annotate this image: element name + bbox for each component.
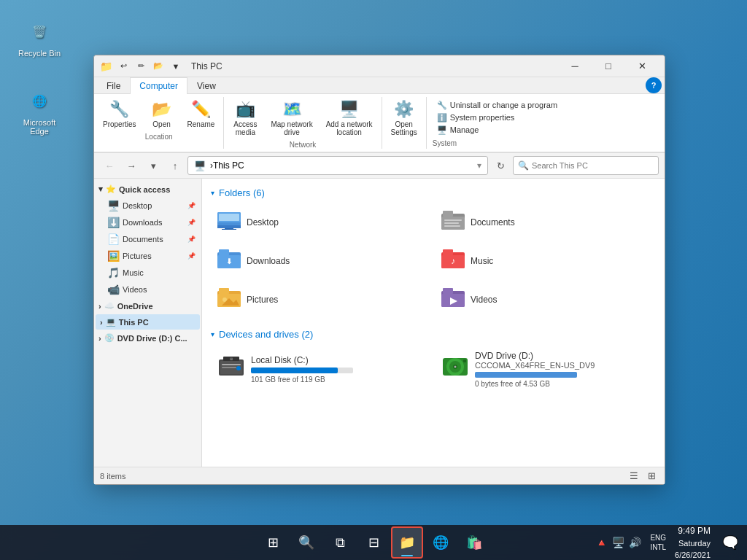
list-view-button[interactable]: ☰ <box>627 469 641 483</box>
uninstall-label: Uninstall or change a program <box>450 101 557 109</box>
ribbon-map-network[interactable]: 🗺️ Map networkdrive <box>265 97 318 139</box>
dvd-sidebar-icon: 💿 <box>104 333 115 343</box>
edge-icon[interactable]: 🌐 Microsoft Edge <box>10 80 69 141</box>
sidebar-item-downloads[interactable]: ⬇️ Downloads 📌 <box>101 214 200 230</box>
tab-file[interactable]: File <box>97 77 130 94</box>
minimize-button[interactable]: ─ <box>558 55 592 77</box>
search-box[interactable]: 🔍 <box>513 156 659 175</box>
svg-rect-3 <box>217 225 241 228</box>
taskview-button[interactable]: ⧉ <box>324 526 356 559</box>
ribbon-add-network[interactable]: 🖥️ Add a networklocation <box>320 97 379 139</box>
drive-c-progress-wrap <box>251 368 353 373</box>
drive-d-free: 0 bytes free of 4.53 GB <box>475 380 595 388</box>
sidebar-item-documents[interactable]: 📄 Documents 📌 <box>101 231 200 247</box>
edge-taskbar-button[interactable]: 🌐 <box>425 526 457 559</box>
fileexplorer-button[interactable]: 📁 <box>391 526 423 559</box>
desktop-sidebar-label: Desktop <box>123 201 185 210</box>
folder-desktop[interactable]: Desktop <box>211 204 432 240</box>
qat-dropdown[interactable]: ▼ <box>168 58 184 74</box>
notification-button[interactable]: 🗨️ <box>719 534 741 551</box>
clock[interactable]: 9:49 PM Saturday 6/26/2021 <box>669 524 716 561</box>
sidebar-quick-access-header[interactable]: ▾ ⭐ Quick access <box>94 182 201 197</box>
widgets-button[interactable]: ⊟ <box>357 526 390 559</box>
ribbon-manage[interactable]: 🖥️ Manage <box>433 124 659 136</box>
edge-image: 🌐 <box>25 86 54 115</box>
back-button[interactable]: ← <box>100 156 119 175</box>
drive-c[interactable]: ⊞ Local Disk (C:) 101 GB free of 119 GB <box>211 346 432 393</box>
map-network-label: Map networkdrive <box>271 120 312 136</box>
ribbon-rename[interactable]: ✏️ Rename <box>182 97 221 131</box>
folders-section-header[interactable]: ▾ Folders (6) <box>211 187 656 198</box>
desktop-folder-icon <box>217 209 241 235</box>
large-icons-view-button[interactable]: ⊞ <box>644 469 659 483</box>
ribbon-properties[interactable]: 🔧 Properties <box>97 97 142 131</box>
ribbon-uninstall[interactable]: 🔧 Uninstall or change a program <box>433 99 659 112</box>
refresh-button[interactable]: ↻ <box>491 156 510 175</box>
uninstall-icon: 🔧 <box>437 101 447 110</box>
system-tray-arrow[interactable]: 🔺 <box>595 537 608 548</box>
svg-point-33 <box>236 366 241 370</box>
explorer-window: 📁 ↩ ✏ 📂 ▼ This PC ─ □ ✕ File Computer Vi… <box>93 55 665 485</box>
maximize-button[interactable]: □ <box>592 55 625 77</box>
ribbon-sys-properties[interactable]: ℹ️ System properties <box>433 112 659 124</box>
videos-sidebar-label: Videos <box>123 285 196 294</box>
qat-edit[interactable]: ✏ <box>133 58 149 74</box>
recycle-bin-label: Recycle Bin <box>18 49 61 58</box>
manage-icon: 🖥️ <box>437 125 447 135</box>
svg-text:⊞: ⊞ <box>230 357 233 361</box>
address-input[interactable]: 🖥️ › This PC ▾ <box>187 156 488 175</box>
properties-label: Properties <box>103 120 136 128</box>
address-bar: ← → ▾ ↑ 🖥️ › This PC ▾ ↻ 🔍 <box>94 153 665 179</box>
system-tray-volume[interactable]: 🔊 <box>629 537 641 548</box>
svg-rect-22 <box>219 288 229 294</box>
status-bar: 8 items ☰ ⊞ <box>94 467 665 484</box>
close-button[interactable]: ✕ <box>625 55 659 77</box>
store-button[interactable]: 🛍️ <box>458 526 490 559</box>
folders-section-label: Folders (6) <box>219 187 265 198</box>
documents-sidebar-icon: 📄 <box>107 233 120 245</box>
recycle-bin-icon[interactable]: 🗑️ Recycle Bin <box>10 11 69 63</box>
folder-documents[interactable]: Documents <box>435 204 656 240</box>
videos-folder-name: Videos <box>471 295 497 305</box>
up-button[interactable]: ↑ <box>166 156 185 175</box>
folder-music[interactable]: ♪ Music <box>435 243 656 279</box>
drives-section-header[interactable]: ▾ Devices and drives (2) <box>211 329 656 340</box>
ribbon-access-media[interactable]: 📺 Accessmedia <box>227 97 263 139</box>
start-button[interactable]: ⊞ <box>257 526 289 559</box>
system-tray-monitor[interactable]: 🖥️ <box>612 537 624 548</box>
language-indicator[interactable]: ENG INTL <box>650 533 666 552</box>
desktop-sidebar-icon: 🖥️ <box>107 200 120 211</box>
pictures-pin-icon: 📌 <box>187 252 196 260</box>
sidebar-item-desktop[interactable]: 🖥️ Desktop 📌 <box>101 198 200 214</box>
qat-back[interactable]: ↩ <box>115 58 131 74</box>
settings-icon: ⚙️ <box>394 100 414 119</box>
help-button[interactable]: ? <box>646 77 662 93</box>
drive-d[interactable]: DVD Drive (D:) CCCOMA_X64FRE_EN-US_DV9 0… <box>435 346 656 393</box>
recent-locations-button[interactable]: ▾ <box>144 156 163 175</box>
sidebar-dvd-header[interactable]: › 💿 DVD Drive (D:) C... <box>94 330 201 346</box>
qat-folder[interactable]: 📂 <box>150 58 166 74</box>
tab-computer[interactable]: Computer <box>130 77 187 94</box>
search-input[interactable] <box>532 161 654 170</box>
sidebar-thispc-header[interactable]: › 💻 This PC <box>96 314 200 330</box>
sidebar-item-videos[interactable]: 📹 Videos <box>101 281 200 298</box>
svg-rect-8 <box>443 211 453 217</box>
onedrive-expand: › <box>98 302 101 311</box>
documents-pin-icon: 📌 <box>187 236 196 243</box>
tab-view[interactable]: View <box>187 77 225 94</box>
sidebar-item-pictures[interactable]: 🖼️ Pictures 📌 <box>101 248 200 264</box>
title-bar: 📁 ↩ ✏ 📂 ▼ This PC ─ □ ✕ <box>94 55 665 77</box>
folder-videos[interactable]: Videos <box>435 281 656 317</box>
sidebar-item-music[interactable]: 🎵 Music <box>101 265 200 281</box>
ribbon-open[interactable]: 📂 Open <box>144 97 180 131</box>
address-dropdown[interactable]: ▾ <box>477 160 481 171</box>
search-button[interactable]: 🔍 <box>290 526 322 559</box>
folder-pictures[interactable]: Pictures <box>211 281 432 317</box>
sidebar-onedrive-header[interactable]: › ☁️ OneDrive <box>94 298 201 314</box>
taskbar: ⊞ 🔍 ⧉ ⊟ 📁 🌐 🛍️ 🔺 🖥️ 🔊 ENG INTL 9:49 PM S… <box>0 525 747 560</box>
forward-button[interactable]: → <box>122 156 141 175</box>
folder-downloads[interactable]: ⬇ Downloads <box>211 243 432 279</box>
ribbon-open-settings[interactable]: ⚙️ OpenSettings <box>385 97 423 139</box>
system-group-label: System <box>433 139 659 147</box>
svg-rect-14 <box>219 249 229 255</box>
